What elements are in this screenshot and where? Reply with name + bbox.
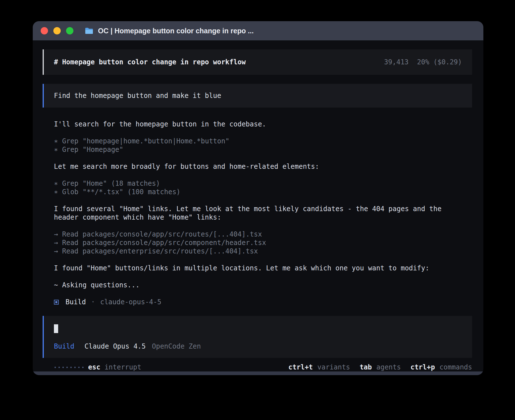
assistant-transcript: I'll search for the homepage button in t…	[43, 120, 472, 311]
agent-status-line: Build · claude-opus-4-5	[54, 298, 472, 306]
tool-bullet-icon: ∗	[54, 188, 62, 196]
tool-call-group: ∗Grep "Home" (18 matches) ∗Glob "**/*.ts…	[54, 179, 472, 196]
tool-call-grep: ∗Grep "homepage|home.*button|Home.*butto…	[54, 137, 472, 145]
input-provider-label: OpenCode Zen	[152, 342, 201, 351]
working-status-text: ~ Asking questions...	[54, 281, 463, 289]
agent-mode-label: Build	[54, 342, 74, 351]
user-message-text: Find the homepage button and make it blu…	[54, 92, 221, 100]
ctrl-t-key-label: ctrl+t	[288, 363, 313, 371]
agents-hint: tab agents	[360, 363, 401, 371]
agents-label: agents	[376, 363, 401, 371]
tool-call-group: ∗Grep "homepage|home.*button|Home.*butto…	[54, 137, 472, 154]
tool-bullet-icon: ∗	[54, 145, 62, 154]
spinner-dot	[70, 367, 72, 368]
tool-call-glob: ∗Glob "**/*.tsx" (100 matches)	[54, 188, 472, 196]
token-count: 39,413	[384, 58, 409, 66]
model-name: claude-opus-4-5	[100, 298, 162, 306]
titlebar-title-group: OC | Homepage button color change in rep…	[85, 27, 254, 35]
interrupt-label: interrupt	[104, 363, 141, 371]
commands-label: commands	[439, 363, 472, 371]
tool-call-grep: ∗Grep "Home" (18 matches)	[54, 179, 472, 188]
text-cursor	[54, 324, 58, 333]
tool-bullet-icon: ∗	[54, 179, 62, 188]
close-button[interactable]	[41, 27, 48, 34]
terminal-content: # Homepage button color change in repo w…	[33, 40, 483, 371]
terminal-window: OC | Homepage button color change in rep…	[33, 21, 483, 375]
commands-hint: ctrl+p commands	[411, 363, 472, 371]
assistant-paragraph: Let me search more broadly for buttons a…	[54, 162, 463, 171]
tool-call-read: →Read packages/console/app/src/routes/[.…	[54, 230, 472, 239]
arrow-right-icon: →	[54, 247, 62, 255]
dot-separator: ·	[91, 298, 95, 306]
spinner-dots	[54, 367, 84, 368]
folder-icon	[85, 27, 93, 34]
variants-hint: ctrl+t variants	[288, 363, 350, 371]
session-header: # Homepage button color change in repo w…	[43, 49, 472, 75]
spinner-dot	[54, 367, 56, 368]
session-title: # Homepage button color change in repo w…	[54, 58, 246, 66]
minimize-button[interactable]	[53, 27, 61, 34]
assistant-paragraph: I found several "Home" links. Let me loo…	[54, 205, 463, 222]
tool-call-group: →Read packages/console/app/src/routes/[.…	[54, 230, 472, 255]
input-model-label: Claude Opus 4.5	[84, 342, 146, 351]
keyboard-hints: ctrl+t variants tab agents ctrl+p comman…	[288, 363, 472, 371]
spinner-dot	[78, 367, 80, 368]
tool-call-text: Grep "homepage|home.*button|Home.*button…	[62, 137, 229, 145]
traffic-lights	[41, 27, 73, 34]
session-stats: 39,413 20% ($0.29)	[384, 58, 462, 66]
tool-call-text: Grep "Home" (18 matches)	[62, 180, 160, 187]
zoom-button[interactable]	[66, 27, 73, 34]
arrow-right-icon: →	[54, 239, 62, 247]
assistant-paragraph: I'll search for the homepage button in t…	[54, 120, 463, 128]
window-bottom-edge	[33, 371, 483, 375]
ctrl-p-key-label: ctrl+p	[411, 363, 435, 371]
spinner-dot	[66, 367, 68, 368]
assistant-paragraph: I found "Home" buttons/links in multiple…	[54, 264, 463, 272]
tool-call-grep: ∗Grep "Homepage"	[54, 145, 472, 154]
agent-name: Build	[66, 298, 86, 306]
spinner-dot	[58, 367, 60, 368]
tab-key-label: tab	[360, 363, 372, 371]
window-titlebar[interactable]: OC | Homepage button color change in rep…	[33, 21, 483, 40]
agent-square-icon	[54, 300, 59, 305]
prompt-input[interactable]: Build Claude Opus 4.5 OpenCode Zen	[43, 316, 472, 358]
status-footer: esc interrupt ctrl+t variants tab agents…	[43, 363, 472, 371]
input-mode-row: Build Claude Opus 4.5 OpenCode Zen	[54, 342, 462, 351]
spinner-dot	[74, 367, 76, 368]
tool-call-text: Read packages/console/app/src/routes/[..…	[62, 230, 262, 238]
spinner-dot	[62, 367, 64, 368]
tool-bullet-icon: ∗	[54, 137, 62, 145]
window-title: OC | Homepage button color change in rep…	[98, 27, 254, 35]
variants-label: variants	[317, 363, 350, 371]
tool-call-text: Read packages/enterprise/src/routes/[...…	[62, 247, 258, 255]
tool-call-read: →Read packages/console/app/src/component…	[54, 239, 472, 247]
tool-call-text: Read packages/console/app/src/component/…	[62, 239, 266, 247]
arrow-right-icon: →	[54, 230, 62, 239]
user-message: Find the homepage button and make it blu…	[43, 84, 472, 108]
context-cost: 20% ($0.29)	[417, 58, 462, 66]
tool-call-read: →Read packages/enterprise/src/routes/[..…	[54, 247, 472, 255]
esc-key-label: esc	[88, 363, 100, 371]
interrupt-hint: esc interrupt	[88, 363, 141, 371]
tool-call-text: Grep "Homepage"	[62, 146, 123, 154]
spinner-dot	[82, 367, 84, 368]
tool-call-text: Glob "**/*.tsx" (100 matches)	[62, 188, 180, 196]
